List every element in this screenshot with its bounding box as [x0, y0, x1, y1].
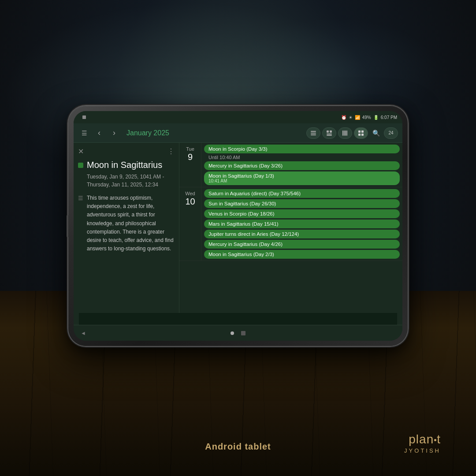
brand-dot-icon: [434, 439, 436, 441]
tablet-screen: ⏰ ☀ 📶 49% 🔋 6:07 PM ☰ ‹ › January 2025: [74, 111, 402, 341]
event-mercury-sag-3-26[interactable]: Mercury in Sagittarius (Day 3/26): [204, 161, 400, 170]
panel-close-button[interactable]: ✕: [78, 147, 84, 156]
battery-text: 49%: [362, 115, 371, 120]
svg-rect-3: [327, 130, 329, 133]
nav-square: [241, 331, 245, 335]
panel-menu-button[interactable]: ⋮: [167, 147, 175, 156]
brand: plant JYOTISH: [404, 432, 441, 454]
svg-rect-9: [345, 130, 346, 136]
svg-rect-0: [311, 131, 316, 132]
tablet-frame: ⏰ ☀ 📶 49% 🔋 6:07 PM ☰ ‹ › January 2025: [68, 106, 408, 346]
day-section-tue9: Tue 9 Moon in Scorpio (Day 3/3) Until 10…: [179, 143, 402, 187]
day-name-wed: Wed: [182, 191, 198, 196]
event-moon-scorpio-3-3[interactable]: Moon in Scorpio (Day 3/3): [204, 145, 400, 153]
svg-rect-10: [346, 130, 347, 136]
events-wed10: Saturn in Aquarius (direct) (Day 375/546…: [201, 187, 402, 260]
panel-header: ✕ ⋮: [78, 147, 175, 156]
month-title: January 2025: [126, 129, 169, 137]
brand-name: plant: [404, 432, 441, 446]
search-button[interactable]: 🔍: [370, 127, 382, 139]
view-day-button[interactable]: [322, 127, 336, 139]
event-title-row: Moon in Sagittarius: [78, 160, 175, 170]
events-tue9: Moon in Scorpio (Day 3/3) Until 10:40 AM…: [201, 143, 402, 187]
description-icon: ☰: [78, 195, 83, 253]
view-month-button[interactable]: [354, 127, 368, 139]
bottom-label: Android tablet: [205, 442, 271, 452]
status-bar-left: [82, 111, 86, 123]
event-moon-sag-text: Moon in Sagittarius (Day 1/3): [208, 173, 395, 178]
svg-rect-7: [342, 130, 343, 136]
event-description-row: ☰ This time arouses optimism, independen…: [78, 194, 175, 253]
time-display: 6:07 PM: [381, 115, 397, 120]
battery-icon: 🔋: [373, 115, 379, 120]
status-bar: ⏰ ☀ 📶 49% 🔋 6:07 PM: [74, 111, 402, 123]
nav-bar: ◄: [74, 325, 402, 341]
event-until-1040: Until 10:40 AM: [204, 155, 400, 160]
event-date-end: Thursday, Jan 11, 2025, 12:34: [87, 182, 158, 188]
svg-rect-12: [361, 130, 364, 133]
menu-button[interactable]: ☰: [78, 127, 90, 139]
event-description-text: This time arouses optimism, independence…: [87, 194, 175, 253]
svg-rect-14: [361, 134, 364, 136]
view-week-button[interactable]: [338, 127, 352, 139]
svg-rect-11: [358, 130, 361, 133]
event-moon-sag-time: 10:41 AM: [208, 178, 395, 183]
event-mars-sag[interactable]: Mars in Sagittarius (Day 15/41): [204, 219, 400, 228]
day-num-10: 10: [182, 196, 198, 207]
brand-part1: plan: [409, 432, 434, 446]
status-icons: ⏰ ☀ 📶 49% 🔋 6:07 PM: [341, 115, 397, 120]
svg-rect-8: [344, 130, 345, 136]
view-list-button[interactable]: [306, 127, 320, 139]
event-color-indicator: [78, 163, 83, 168]
brand-part2: t: [437, 432, 441, 446]
number-button[interactable]: 24: [384, 127, 398, 139]
day-label-tue9: Tue 9: [179, 143, 201, 187]
toolbar-right: 🔍 24: [306, 127, 398, 139]
toolbar-left: ☰ ‹ › January 2025: [78, 127, 173, 139]
svg-rect-1: [311, 133, 316, 134]
brightness-icon: ☀: [349, 115, 353, 120]
event-date-range: Tuesday, Jan 9, 2025, 1041 AM - Thursday…: [78, 173, 175, 189]
svg-rect-6: [327, 135, 332, 136]
svg-rect-4: [330, 130, 332, 133]
event-date-start: Tuesday, Jan 9, 2025, 1041 AM -: [87, 174, 164, 180]
event-venus-scorpio[interactable]: Venus in Scorpio (Day 18/26): [204, 209, 400, 218]
back-button[interactable]: ◄: [81, 330, 86, 336]
toolbar: ☰ ‹ › January 2025: [74, 123, 402, 143]
svg-rect-13: [358, 134, 361, 136]
event-saturn-aquarius[interactable]: Saturn in Aquarius (direct) (Day 375/546…: [204, 189, 400, 198]
svg-rect-5: [327, 134, 332, 134]
day-name-tue: Tue: [182, 146, 198, 152]
svg-rect-2: [311, 134, 316, 135]
brand-subtitle: JYOTISH: [404, 447, 441, 454]
event-mercury-sag-4-26[interactable]: Mercury in Sagittarius (Day 4/26): [204, 240, 400, 249]
event-jupiter-direct[interactable]: Jupiter turns direct in Aries (Day 12/12…: [204, 230, 400, 238]
event-moon-sag-1-3[interactable]: Moon in Sagittarius (Day 1/3) 10:41 AM: [204, 171, 400, 185]
screen-icon: [82, 115, 86, 119]
day-num-9: 9: [182, 152, 198, 162]
signal-icon: 📶: [355, 115, 360, 120]
clock-icon: ⏰: [341, 115, 346, 120]
day-label-wed10: Wed 10: [179, 187, 201, 260]
day-section-wed10: Wed 10 Saturn in Aquarius (direct) (Day …: [179, 187, 402, 261]
event-moon-sag-2-3[interactable]: Moon in Sagittarius (Day 2/3): [204, 250, 400, 259]
side-button: [67, 215, 68, 237]
prev-button[interactable]: ‹: [93, 127, 105, 139]
event-sun-sag[interactable]: Sun in Sagittarius (Day 26/30): [204, 199, 400, 208]
next-button[interactable]: ›: [108, 127, 120, 139]
event-title: Moon in Sagittarius: [87, 160, 162, 170]
nav-dot-1: [231, 331, 234, 335]
